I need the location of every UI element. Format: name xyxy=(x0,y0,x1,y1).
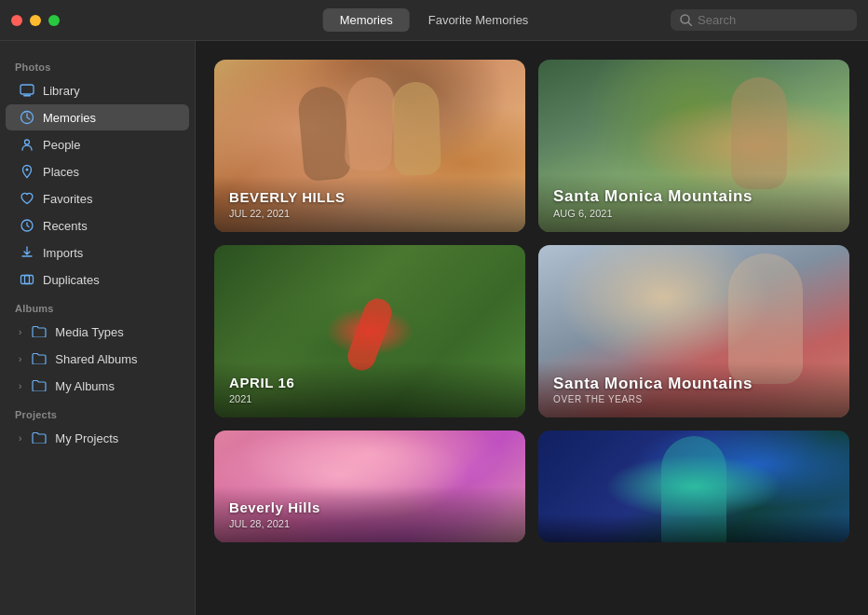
memory-date-5: JUL 28, 2021 xyxy=(229,518,510,529)
search-icon xyxy=(680,14,692,26)
memory-date-3: 2021 xyxy=(229,393,510,404)
memory-title-4: Santa Monica Mountains xyxy=(553,375,834,393)
card-overlay-6 xyxy=(538,514,849,542)
sidebar-item-recents[interactable]: Recents xyxy=(6,212,189,239)
memory-subtitle-4: OVER THE YEARS xyxy=(553,394,834,404)
sidebar-item-duplicates[interactable]: Duplicates xyxy=(6,266,189,293)
sidebar-item-library[interactable]: Library xyxy=(6,77,189,103)
sidebar-label-imports: Imports xyxy=(43,246,83,260)
memory-title-3: APRIL 16 xyxy=(229,375,510,391)
sidebar-section-photos: Photos xyxy=(0,52,195,76)
sidebar-label-favorites: Favorites xyxy=(43,192,92,206)
sidebar-label-people: People xyxy=(43,138,80,152)
figure-group-1 xyxy=(214,60,525,189)
tab-bar: Memories Favorite Memories xyxy=(323,8,546,32)
svg-rect-2 xyxy=(20,85,34,94)
card-overlay-3: APRIL 16 2021 xyxy=(214,362,525,417)
memory-title-2: Santa Monica Mountains xyxy=(553,187,834,206)
figure-3 xyxy=(391,82,441,177)
close-button[interactable] xyxy=(11,15,22,26)
memories-icon xyxy=(19,109,35,126)
folder-icon-projects xyxy=(31,430,47,446)
memory-title-1: BEVERLY HILLS xyxy=(229,189,510,206)
places-icon xyxy=(19,163,35,180)
card-overlay-5: Beverly Hills JUL 28, 2021 xyxy=(214,486,525,542)
sidebar-item-memories[interactable]: Memories xyxy=(6,104,189,130)
sidebar-section-albums: Albums xyxy=(0,294,195,318)
svg-line-1 xyxy=(688,22,692,26)
sidebar-label-library: Library xyxy=(43,84,80,98)
folder-icon-albums xyxy=(31,377,47,394)
sidebar-label-media-types: Media Types xyxy=(55,325,123,339)
memory-card-beverly-hills-2[interactable]: Beverly Hills JUL 28, 2021 xyxy=(214,430,525,542)
sidebar-label-my-albums: My Albums xyxy=(55,379,115,393)
title-bar: Memories Favorite Memories xyxy=(0,0,868,41)
folder-icon-shared xyxy=(31,350,47,367)
sidebar-label-recents: Recents xyxy=(43,219,88,233)
memory-card-beverly-hills-1[interactable]: BEVERLY HILLS JUL 22, 2021 xyxy=(214,60,525,232)
svg-rect-3 xyxy=(23,95,31,97)
svg-point-5 xyxy=(25,140,30,144)
card-overlay-4: Santa Monica Mountains OVER THE YEARS xyxy=(538,362,849,417)
sidebar-item-media-types[interactable]: › Media Types xyxy=(6,319,189,345)
folder-icon-media xyxy=(31,323,47,340)
library-icon xyxy=(19,82,35,99)
people-icon xyxy=(19,136,35,153)
svg-point-6 xyxy=(26,169,29,171)
figure-2 xyxy=(344,76,395,171)
search-input[interactable] xyxy=(698,13,848,27)
memories-content: BEVERLY HILLS JUL 22, 2021 Santa Monica … xyxy=(196,41,868,615)
memory-card-santa-monica-1[interactable]: Santa Monica Mountains AUG 6, 2021 xyxy=(538,60,849,232)
sidebar-label-duplicates: Duplicates xyxy=(43,273,100,287)
memory-date-1: JUL 22, 2021 xyxy=(229,208,510,219)
recents-icon xyxy=(19,217,35,234)
sidebar-label-shared-albums: Shared Albums xyxy=(55,352,137,366)
memory-card-april16[interactable]: APRIL 16 2021 xyxy=(214,245,525,417)
memory-date-2: AUG 6, 2021 xyxy=(553,208,834,219)
memories-grid: BEVERLY HILLS JUL 22, 2021 Santa Monica … xyxy=(214,60,849,542)
traffic-lights xyxy=(11,15,60,26)
sidebar-item-places[interactable]: Places xyxy=(6,158,189,184)
chevron-right-icon: › xyxy=(19,327,21,337)
sidebar-label-my-projects: My Projects xyxy=(55,431,118,445)
sidebar-item-shared-albums[interactable]: › Shared Albums xyxy=(6,346,189,372)
sidebar-item-my-projects[interactable]: › My Projects xyxy=(6,425,189,451)
sidebar-section-projects: Projects xyxy=(0,400,195,424)
main-layout: Photos Library Memories xyxy=(0,41,868,615)
chevron-right-icon-4: › xyxy=(19,433,21,444)
person-silhouette-2 xyxy=(731,77,787,189)
search-bar[interactable] xyxy=(671,9,857,31)
sidebar-item-imports[interactable]: Imports xyxy=(6,239,189,266)
memory-card-santa-monica-2[interactable]: Santa Monica Mountains OVER THE YEARS xyxy=(538,245,849,417)
chevron-right-icon-2: › xyxy=(19,354,21,364)
heart-icon xyxy=(19,190,35,207)
figure-1 xyxy=(297,85,352,182)
chevron-right-icon-3: › xyxy=(19,381,21,391)
duplicates-icon xyxy=(19,271,35,288)
card-overlay-2: Santa Monica Mountains AUG 6, 2021 xyxy=(538,174,849,232)
memory-card-blue-portrait[interactable] xyxy=(538,430,849,542)
card-overlay-1: BEVERLY HILLS JUL 22, 2021 xyxy=(214,176,525,232)
tab-memories[interactable]: Memories xyxy=(323,8,410,32)
maximize-button[interactable] xyxy=(48,15,60,26)
sidebar-label-places: Places xyxy=(43,165,79,179)
sidebar-item-people[interactable]: People xyxy=(6,131,189,157)
minimize-button[interactable] xyxy=(30,15,41,26)
sidebar-item-favorites[interactable]: Favorites xyxy=(6,185,189,212)
sidebar: Photos Library Memories xyxy=(0,41,196,615)
sidebar-item-my-albums[interactable]: › My Albums xyxy=(6,373,189,399)
imports-icon xyxy=(19,244,35,261)
sidebar-label-memories: Memories xyxy=(43,111,96,125)
memory-title-5: Beverly Hills xyxy=(229,499,510,516)
tab-favorite-memories[interactable]: Favorite Memories xyxy=(412,8,546,32)
